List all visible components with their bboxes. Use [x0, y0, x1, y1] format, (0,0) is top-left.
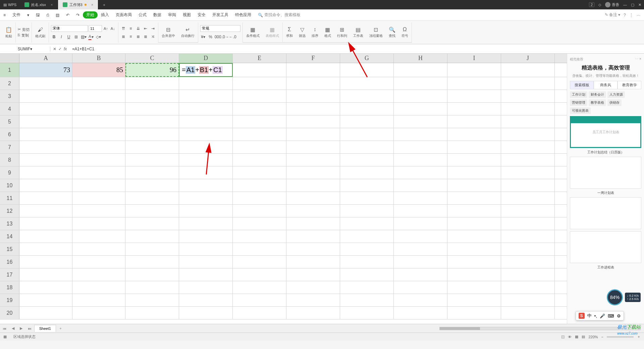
close-icon[interactable]: ×	[91, 3, 93, 7]
row-header-7[interactable]: 7	[0, 141, 19, 153]
cell-B3[interactable]	[72, 90, 125, 102]
cell-B7[interactable]	[72, 141, 125, 153]
cell-J15[interactable]	[501, 243, 555, 255]
tag-item[interactable]: 营销管理	[570, 99, 587, 106]
indent-right-icon[interactable]: ⇥	[150, 26, 156, 32]
cell-H2[interactable]	[394, 77, 447, 90]
row-header-14[interactable]: 14	[0, 230, 19, 243]
menu-file[interactable]: 文件	[9, 12, 24, 18]
cell-A14[interactable]	[19, 230, 72, 243]
sheet-nav-next-icon[interactable]: ▶	[17, 326, 25, 331]
cell-B10[interactable]	[72, 179, 125, 192]
cell-B12[interactable]	[72, 205, 125, 217]
panel-tab-education[interactable]: 教育教学	[618, 81, 641, 89]
view-normal-icon[interactable]: ◫	[561, 335, 565, 339]
ime-toolbar[interactable]: S 中 •, 🎤 ⌨ ⚙	[576, 311, 624, 320]
cell-F1[interactable]	[286, 63, 340, 77]
filter-button[interactable]: ▽筛选	[298, 26, 307, 38]
template-thumb-1[interactable]: 员工月工作计划表	[570, 116, 641, 148]
cell-B19[interactable]	[72, 294, 125, 306]
cell-G18[interactable]	[340, 281, 394, 294]
cell-A16[interactable]	[19, 256, 72, 268]
tag-item[interactable]: 供销存	[607, 99, 622, 106]
cell-F5[interactable]	[286, 115, 340, 128]
font-name-input[interactable]	[51, 25, 88, 32]
cell-E3[interactable]	[233, 90, 286, 102]
menu-data[interactable]: 数据	[150, 12, 165, 18]
tag-item[interactable]: 工作计划	[570, 91, 587, 98]
undo-icon[interactable]: ↶	[63, 13, 73, 17]
cell-A3[interactable]	[19, 90, 72, 102]
cell-B16[interactable]	[72, 256, 125, 268]
row-header-11[interactable]: 11	[0, 192, 19, 204]
cell-B20[interactable]	[72, 307, 125, 319]
cancel-formula-icon[interactable]: ✕	[53, 47, 56, 51]
cell-B14[interactable]	[72, 230, 125, 243]
cell-C14[interactable]	[125, 230, 179, 243]
row-header-17[interactable]: 17	[0, 268, 19, 281]
cell-C4[interactable]	[125, 103, 179, 115]
menu-devtools[interactable]: 开发工具	[209, 12, 232, 18]
panel-close-icon[interactable]: ×	[639, 57, 641, 61]
cell-E17[interactable]	[233, 268, 286, 281]
font-color-button[interactable]: A▾	[88, 34, 94, 40]
menu-security[interactable]: 安全	[194, 12, 209, 18]
ime-lang[interactable]: 中	[587, 313, 592, 319]
column-header-C[interactable]: C	[125, 54, 179, 63]
cell-I10[interactable]	[447, 179, 501, 192]
cell-J14[interactable]	[501, 230, 555, 243]
cell-F3[interactable]	[286, 90, 340, 102]
cell-D16[interactable]	[179, 256, 233, 268]
cell-G3[interactable]	[340, 90, 394, 102]
cell-C16[interactable]	[125, 256, 179, 268]
border-button[interactable]: ⊞	[73, 34, 79, 40]
tag-item[interactable]: 教学表格	[589, 99, 606, 106]
cell-A12[interactable]	[19, 205, 72, 217]
close-icon[interactable]: ×	[51, 3, 53, 7]
column-header-F[interactable]: F	[286, 54, 340, 63]
minimize-icon[interactable]: —	[623, 3, 627, 7]
view-layout-icon[interactable]: ▦	[575, 335, 578, 339]
cell-J17[interactable]	[501, 268, 555, 281]
menu-special[interactable]: 特色应用	[232, 12, 255, 18]
cell-D6[interactable]	[179, 128, 233, 141]
cell-E2[interactable]	[233, 77, 286, 90]
cell-E13[interactable]	[233, 217, 286, 230]
cell-C1[interactable]: 96	[125, 63, 179, 77]
cell-D15[interactable]	[179, 243, 233, 255]
cell-H1[interactable]	[394, 63, 447, 77]
cell-G15[interactable]	[340, 243, 394, 255]
row-header-20[interactable]: 20	[0, 307, 19, 319]
cell-F13[interactable]	[286, 217, 340, 230]
cell-C17[interactable]	[125, 268, 179, 281]
cell-C9[interactable]	[125, 166, 179, 179]
cell-H13[interactable]	[394, 217, 447, 230]
conditional-format-button[interactable]: ▦条件格式	[245, 26, 261, 38]
cell-B5[interactable]	[72, 115, 125, 128]
cell-H8[interactable]	[394, 154, 447, 166]
paste-button[interactable]: 📋粘贴	[4, 27, 13, 39]
cell-A19[interactable]	[19, 294, 72, 306]
fx-icon[interactable]: fx	[64, 47, 67, 51]
cell-F20[interactable]	[286, 307, 340, 319]
cell-E5[interactable]	[233, 115, 286, 128]
tag-item[interactable]: 可视化图表	[570, 107, 591, 114]
rowcol-button[interactable]: ⊞行和列	[336, 26, 348, 38]
tab-file-2[interactable]: 工作簿3 ×	[58, 0, 99, 9]
font-size-input[interactable]	[89, 25, 102, 32]
cell-C20[interactable]	[125, 307, 179, 319]
align-left-icon[interactable]: ≣	[120, 34, 126, 40]
cell-H15[interactable]	[394, 243, 447, 255]
column-header-J[interactable]: J	[501, 54, 555, 63]
cell-H12[interactable]	[394, 205, 447, 217]
ime-punct-icon[interactable]: •,	[594, 313, 597, 318]
cell-I6[interactable]	[447, 128, 501, 141]
cell-E11[interactable]	[233, 192, 286, 204]
cell-I4[interactable]	[447, 103, 501, 115]
cell-A8[interactable]	[19, 154, 72, 166]
cell-A20[interactable]	[19, 307, 72, 319]
row-header-8[interactable]: 8	[0, 154, 19, 166]
cell-B4[interactable]	[72, 103, 125, 115]
cell-H20[interactable]	[394, 307, 447, 319]
notification-badge[interactable]: 2	[589, 2, 594, 7]
